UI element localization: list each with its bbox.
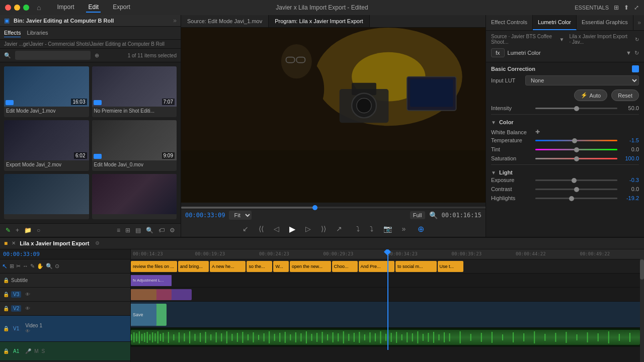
import-icon[interactable]: ⊕ xyxy=(95,52,99,59)
tint-slider[interactable] xyxy=(535,149,617,150)
subtitle-clip[interactable]: and bring... xyxy=(178,261,209,272)
panel-expand-icon[interactable]: » xyxy=(634,15,644,30)
eye-icon[interactable]: 👁 xyxy=(25,328,42,334)
subtitle-clip[interactable]: A new he... xyxy=(210,261,246,272)
track-lock-icon[interactable]: 🔒 xyxy=(3,326,9,331)
share-icon[interactable]: ⬆ xyxy=(624,4,629,11)
saturation-slider[interactable] xyxy=(535,158,617,159)
bin-item[interactable]: 16:03 Edit Mode Javi_1.mov xyxy=(4,66,89,117)
add-icon[interactable]: ⊕ xyxy=(416,223,426,235)
insert-icon[interactable]: ⤵ xyxy=(354,224,362,234)
source-tab[interactable]: Source: Edit Mode Javi_1.mov xyxy=(181,15,269,27)
bin-item[interactable] xyxy=(92,174,177,219)
fx-source-dropdown-icon[interactable]: ▼ xyxy=(559,37,565,42)
folder-icon[interactable]: 📁 xyxy=(23,226,33,235)
color-section-toggle[interactable]: ▼ Color xyxy=(491,118,639,127)
solo-icon[interactable]: S xyxy=(42,348,45,354)
v1-clip[interactable]: Save xyxy=(131,304,156,326)
subtitle-clip[interactable]: to social m... xyxy=(395,261,437,272)
scrub-bar-row[interactable] xyxy=(181,203,486,209)
subtitle-clip[interactable]: Choo... xyxy=(332,261,358,272)
slip-tool-icon[interactable]: ↔ xyxy=(23,263,28,269)
timeline-scrollbar[interactable] xyxy=(640,249,644,362)
tab-essential-graphics[interactable]: Essential Graphics xyxy=(577,15,633,30)
fx-check-icon[interactable]: ▼ xyxy=(626,50,631,56)
eyedropper-icon[interactable]: ✚ xyxy=(535,129,540,135)
fit-select[interactable]: Fit xyxy=(229,211,252,220)
tab-effects[interactable]: Effects xyxy=(4,29,21,37)
quality-select[interactable]: Full xyxy=(410,211,425,219)
step-forward-icon[interactable]: ⟩⟩ xyxy=(319,224,328,234)
bin-item[interactable] xyxy=(4,174,89,219)
close-seq-icon[interactable]: ✕ xyxy=(12,240,16,246)
bin-item[interactable]: 7:07 No Premiere in Shot Editi... xyxy=(92,66,177,117)
highlights-slider[interactable] xyxy=(535,198,617,199)
section-enabled-checkbox[interactable] xyxy=(632,65,639,72)
pencil-icon[interactable]: ✎ xyxy=(4,226,12,235)
bin-item[interactable]: 6:02 Export Mode Javi_2.mov xyxy=(4,120,89,171)
nav-export[interactable]: Export xyxy=(111,3,132,13)
tag-icon[interactable]: 🏷 xyxy=(157,226,166,235)
hand-tool-icon[interactable]: ✋ xyxy=(37,263,44,269)
track-lock-icon[interactable]: 🔒 xyxy=(3,278,9,283)
auto-button[interactable]: ⚡ Auto xyxy=(574,89,608,101)
circle-icon[interactable]: ○ xyxy=(35,226,42,235)
razor-tool-icon[interactable]: ✂ xyxy=(16,263,21,269)
exposure-slider[interactable] xyxy=(535,179,617,181)
subtitle-clip[interactable]: And Pre... xyxy=(359,261,394,272)
chart-icon[interactable]: ▤ xyxy=(134,226,142,235)
nav-edit[interactable]: Edit xyxy=(86,3,101,13)
home-icon[interactable]: ⌂ xyxy=(37,4,41,12)
bin-item[interactable]: 9:09 Edit Mode Javi_0.mov xyxy=(92,120,177,171)
contrast-slider[interactable] xyxy=(535,189,617,190)
minimize-button[interactable] xyxy=(14,5,20,11)
intensity-slider[interactable] xyxy=(535,108,617,109)
temperature-slider[interactable] xyxy=(535,140,617,141)
zoom-icon[interactable]: 🔍 xyxy=(429,211,438,219)
track-lock-icon[interactable]: 🔒 xyxy=(3,306,9,311)
selection-tool-icon[interactable]: ↖ xyxy=(2,262,8,270)
overwrite-icon[interactable]: ⤵ xyxy=(368,224,375,234)
mic-icon[interactable]: 🎤 xyxy=(25,348,31,354)
more-icon[interactable]: » xyxy=(400,224,408,234)
bin-expand-icon[interactable]: » xyxy=(173,17,177,24)
eye-icon[interactable]: 👁 xyxy=(25,292,30,297)
grid-view-icon[interactable]: ⊞ xyxy=(124,226,132,235)
fx-reset-icon[interactable]: ↻ xyxy=(634,50,639,56)
input-lut-select[interactable]: None xyxy=(525,75,639,85)
camera-record-icon[interactable]: ⊙ xyxy=(55,263,59,269)
light-section-toggle[interactable]: ▼ Light xyxy=(491,168,639,177)
ripple-tool-icon[interactable]: ⊞ xyxy=(10,263,14,269)
step-back-icon[interactable]: ⟨⟨ xyxy=(257,224,266,234)
program-tab[interactable]: Program: Lila x Javier Import Export xyxy=(269,15,369,27)
nav-import[interactable]: Import xyxy=(55,3,76,13)
tab-lumetri-color[interactable]: Lumetri Color xyxy=(533,15,577,30)
subtitle-clip[interactable]: so the... xyxy=(247,261,272,272)
tab-effect-controls[interactable]: Effect Controls xyxy=(486,15,533,30)
play-forward-icon[interactable]: ▷ xyxy=(303,224,313,234)
maximize-button[interactable] xyxy=(23,5,29,11)
eye-icon[interactable]: 👁 xyxy=(25,306,30,311)
workspace-icon[interactable]: ⊞ xyxy=(614,4,619,11)
subtitle-clip[interactable]: review the files on ... xyxy=(131,261,177,272)
zoom-tool-icon[interactable]: 🔍 xyxy=(46,263,53,269)
scrollbar-thumb[interactable] xyxy=(640,259,644,280)
reset-button[interactable]: Reset xyxy=(611,89,639,101)
camera-icon[interactable]: 📷 xyxy=(381,224,394,234)
bin-search-input[interactable] xyxy=(15,51,91,60)
fullscreen-icon[interactable]: ⤢ xyxy=(634,4,639,11)
tab-libraries[interactable]: Libraries xyxy=(27,29,48,37)
v2-clip[interactable] xyxy=(131,289,156,300)
subtitle-clip[interactable]: W... xyxy=(273,261,289,272)
list-view-icon[interactable]: ≡ xyxy=(115,226,122,235)
seq-settings-icon[interactable]: ⚙ xyxy=(95,240,100,246)
mark-in-icon[interactable]: ↙ xyxy=(240,224,251,234)
subtitle-clip[interactable]: open the new... xyxy=(290,261,331,272)
search-tool-icon[interactable]: 🔍 xyxy=(144,226,155,235)
mark-out-icon[interactable]: ↗ xyxy=(334,224,344,234)
add-icon[interactable]: + xyxy=(14,226,21,235)
track-lock-icon[interactable]: 🔒 xyxy=(3,292,9,297)
play-button[interactable]: ▶ xyxy=(287,223,297,235)
refresh-icon[interactable]: ↻ xyxy=(635,37,639,42)
settings-icon[interactable]: ⚙ xyxy=(168,226,177,235)
